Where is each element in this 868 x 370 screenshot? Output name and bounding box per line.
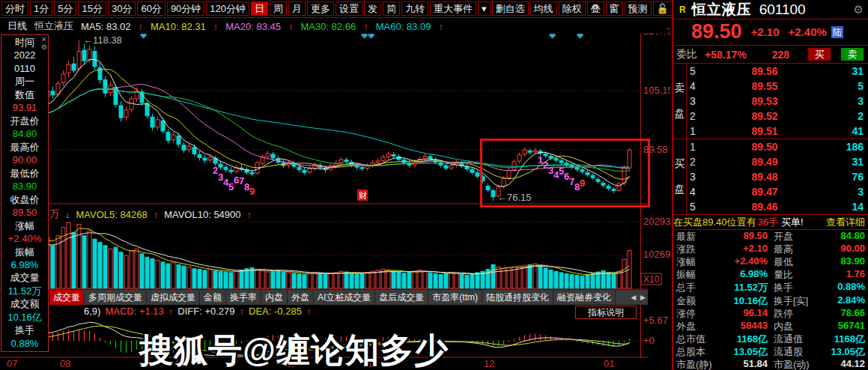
indicator-help-button[interactable]: 指标说明 — [575, 306, 637, 319]
info-row: 开盘价 — [1, 115, 48, 127]
view-detail-link[interactable]: 查看详细 — [826, 216, 868, 229]
bid-row[interactable]: 489.473 — [687, 184, 868, 199]
stock-name: 恒立液压 — [692, 0, 752, 19]
stat-row: 涨停96.14跌停78.66 — [673, 307, 868, 320]
stat-item-外盘: 外盘58443 — [673, 320, 771, 333]
macd-header-item: ↑ — [306, 306, 312, 317]
toolbar-button-均线[interactable]: 均线 — [530, 1, 557, 16]
toolbar-button-窗[interactable]: 窗 — [606, 1, 623, 16]
stat-row: 总手11.52万换手0.88% — [673, 282, 868, 294]
toolbar-button-设置[interactable]: 设置 — [336, 1, 362, 16]
ask-row[interactable]: 589.5631 — [687, 64, 868, 79]
toolbar-button-预测[interactable]: 预测 — [625, 1, 652, 16]
stock-label: 恒立液压 — [34, 19, 73, 33]
scroll-left-icon[interactable]: ◀ — [628, 294, 638, 301]
macd-header: 6,9)MACD: +1.13↑DIFF: +0.279↑DEA: -0.285… — [84, 305, 315, 318]
tab-陆股通持股变化[interactable]: 陆股通持股变化 — [482, 290, 553, 305]
sell-button[interactable]: 卖 — [841, 48, 864, 61]
info-row: 收盘价 — [1, 194, 48, 206]
stat-item-最高: 最高90.00 — [771, 243, 868, 256]
toolbar-button-60分[interactable]: 60分 — [137, 1, 165, 16]
tab-融资融券变化[interactable]: 融资融券变化 — [553, 290, 616, 305]
toolbar-button-🔓[interactable]: 🔓 — [653, 1, 673, 16]
ask-row[interactable]: 489.555 — [687, 79, 868, 94]
toolbar-button-30分[interactable]: 30分 — [108, 1, 136, 16]
toolbar-button-简[interactable]: 简 — [383, 1, 400, 16]
tab-外盘[interactable]: 外盘 — [288, 290, 314, 305]
toolbar-button-日[interactable]: 日 — [251, 1, 268, 16]
toolbar-button-删自选[interactable]: 删自选 — [492, 1, 529, 16]
info-row: 11.52万 — [1, 285, 48, 297]
info-row: 84.80 — [1, 128, 48, 140]
tab-换手率[interactable]: 换手率 — [226, 290, 261, 305]
info-row: 89.50 — [1, 207, 48, 219]
toolbar-button-周[interactable]: 周 — [270, 1, 287, 16]
ask-row[interactable]: 189.5141 — [687, 124, 868, 139]
toolbar-button-除权[interactable]: 除权 — [559, 1, 586, 16]
gear-icon[interactable]: ⚙ — [854, 3, 864, 16]
toolbar-button-发[interactable]: 发 — [364, 1, 381, 16]
bid-row[interactable]: 589.4614 — [687, 199, 868, 214]
gear-icon[interactable]: ⚙ — [41, 43, 47, 51]
tab-成交量[interactable]: 成交量 — [49, 290, 85, 305]
ma-value: MA10: 82.31 — [151, 21, 206, 32]
info-row: 93.91 — [1, 102, 48, 114]
toolbar-button-月[interactable]: 月 — [288, 1, 306, 16]
info-row: 成交量 — [1, 272, 48, 284]
tab-AI立桩成交量[interactable]: AI立桩成交量 — [314, 290, 375, 305]
stat-item-总市值: 总市值1168亿 — [673, 333, 771, 346]
toolbar-button-更多[interactable]: 更多 — [307, 1, 334, 16]
svg-text:9: 9 — [249, 186, 255, 197]
toolbar-button-5分[interactable]: 5分 — [54, 1, 76, 16]
info-row: 0110 — [1, 63, 48, 75]
stat-row: 金额10.16亿换手[实]2.84% — [673, 294, 868, 307]
macd-header-item: DIFF: +0.279 — [177, 306, 234, 317]
ma-value: MA5: 83.02 — [81, 21, 131, 32]
up-arrow-icon: ↑ — [213, 21, 219, 32]
macd-header-item: ↑ — [240, 306, 245, 317]
info-row: 6.98% — [1, 259, 48, 271]
tab-虚拟成交量[interactable]: 虚拟成交量 — [147, 290, 200, 305]
toolbar-button-分时[interactable]: 分时 — [1, 1, 28, 16]
tab-盘后成交量[interactable]: 盘后成交量 — [375, 290, 428, 305]
bid-row[interactable]: 289.4931 — [687, 154, 868, 169]
toolbar-button-▾[interactable]: ▾ — [478, 1, 491, 16]
ask-row[interactable]: 289.522 — [687, 109, 868, 124]
toolbar-button-九转[interactable]: 九转 — [401, 1, 428, 16]
toolbar-button-120分钟[interactable]: 120分钟 — [206, 1, 249, 16]
info-row: 涨幅 — [1, 220, 48, 232]
info-row: 成交额 — [1, 298, 48, 310]
scroll-right-icon[interactable]: ▶ — [638, 294, 648, 301]
tab-金额[interactable]: 金额 — [200, 290, 226, 305]
toolbar-button-重大事件[interactable]: 重大事件 — [430, 1, 476, 16]
trading-app-window: 120.73105.1589.582029310269X10+5.67+0070… — [0, 0, 868, 370]
close-icon[interactable]: ✕ — [41, 36, 47, 43]
stat-row: 外盘58443内盘56741 — [673, 320, 868, 333]
macd-header-item: DEA: -0.285 — [249, 306, 302, 317]
tab-多周期成交量[interactable]: 多周期成交量 — [85, 290, 147, 305]
toolbar-button-90分钟[interactable]: 90分钟 — [167, 1, 204, 16]
stat-item-涨幅: 涨幅+2.40% — [673, 255, 771, 269]
stat-item-振幅: 振幅6.98% — [673, 268, 771, 282]
buy-button[interactable]: 买 — [808, 48, 831, 61]
toolbar-button-1分[interactable]: 1分 — [30, 1, 52, 16]
info-row: 0.88% — [1, 338, 48, 350]
tab-市盈率(ttm)[interactable]: 市盈率(ttm) — [428, 290, 482, 305]
volume-header-item: 万 — [49, 207, 59, 221]
macd-header-item: 6,9) — [84, 306, 100, 317]
bid-row[interactable]: 189.50186 — [687, 139, 868, 154]
info-row: 83.90 — [1, 181, 48, 192]
ask-row[interactable]: 389.533 — [687, 94, 868, 109]
tab-内盘[interactable]: 内盘 — [261, 290, 288, 305]
bid-row[interactable]: 389.4876 — [687, 169, 868, 184]
volume-header-item: ↑ — [154, 209, 159, 220]
toolbar-button-15分[interactable]: 15分 — [78, 1, 106, 16]
stat-item-总手: 总手11.52万 — [673, 281, 771, 294]
toolbar-button-叠[interactable]: 叠 — [587, 1, 604, 16]
stat-item-量比: 量比1.76 — [771, 268, 868, 282]
stat-item-流通值: 流通值1168亿 — [771, 333, 868, 346]
bid-book: 买盘 189.50186289.4931389.4876489.473589.4… — [673, 139, 868, 215]
svg-text:07: 07 — [7, 358, 17, 369]
stat-item-总股本: 总股本13.05亿 — [673, 345, 771, 359]
svg-text:08: 08 — [60, 358, 70, 369]
